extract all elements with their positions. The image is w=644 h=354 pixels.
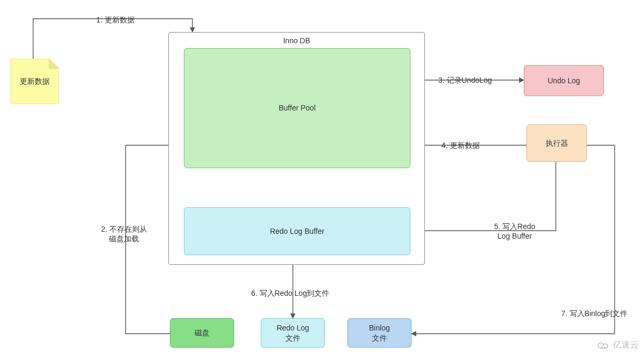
edge1-label: 1. 更新数据 — [96, 15, 135, 25]
redo-log-file: Redo Log 文件 — [261, 318, 325, 348]
undo-log-label: Undo Log — [548, 76, 580, 86]
edge2-label: 2. 不存在则从 磁盘加载 — [92, 224, 156, 243]
redo-log-file-label: Redo Log 文件 — [277, 323, 309, 343]
redo-log-buffer: Redo Log Buffer — [184, 207, 410, 255]
edge6-label: 6. 写入Redo Log到文件 — [251, 288, 329, 298]
innodb-label: Inno DB — [283, 36, 311, 46]
executor: 执行器 — [526, 124, 587, 162]
binlog-file-label: Binlog 文件 — [369, 323, 390, 343]
edge5-label: 5. 写入Redo Log Buffer — [485, 222, 544, 241]
buffer-pool: Buffer Pool — [184, 48, 410, 168]
update-data-note: 更新数据 — [11, 59, 59, 104]
update-data-note-label: 更新数据 — [20, 77, 50, 86]
buffer-pool-label: Buffer Pool — [278, 103, 315, 113]
watermark-text: 亿速云 — [613, 340, 639, 351]
edge3-label: 3. 记录UndoLog — [438, 75, 492, 85]
binlog-file: Binlog 文件 — [347, 318, 412, 348]
svg-point-1 — [604, 346, 606, 348]
executor-label: 执行器 — [546, 138, 568, 148]
disk: 磁盘 — [170, 318, 234, 348]
watermark: 亿速云 — [597, 340, 639, 351]
redo-log-buffer-label: Redo Log Buffer — [270, 226, 324, 237]
edge7-label: 7. 写入Binlog到文件 — [561, 309, 627, 318]
undo-log: Undo Log — [524, 65, 604, 96]
disk-label: 磁盘 — [195, 328, 210, 338]
svg-point-0 — [602, 346, 603, 348]
edge4-label: 4. 更新数据 — [441, 140, 480, 150]
